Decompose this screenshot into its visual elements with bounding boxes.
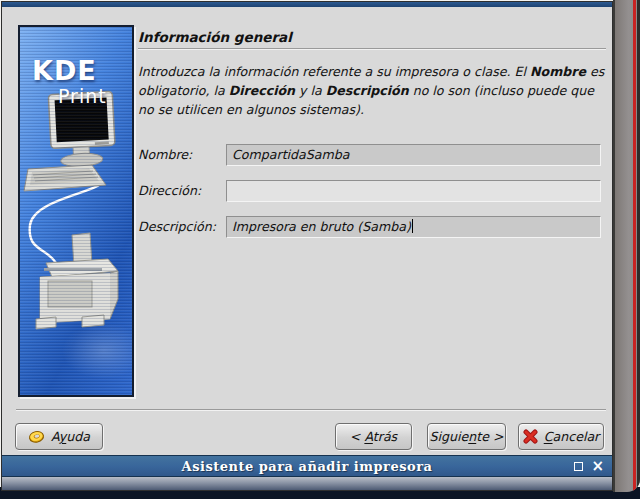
nombre-input[interactable]: CompartidaSamba bbox=[226, 144, 601, 166]
life-buoy-icon bbox=[28, 429, 45, 444]
close-icon[interactable]: × bbox=[591, 459, 604, 474]
window-titlebar[interactable]: Asistente para añadir impresora × bbox=[2, 455, 612, 477]
print-logo-text: Print bbox=[58, 85, 107, 107]
neighbor-window-border bbox=[613, 0, 640, 492]
back-label: < Atrás bbox=[350, 429, 397, 444]
descripcion-input[interactable]: Impresora en bruto (Samba) bbox=[226, 216, 601, 238]
back-button[interactable]: < Atrás bbox=[335, 423, 412, 450]
titlebar-controls: × bbox=[574, 456, 604, 476]
descripcion-value: Impresora en bruto (Samba) bbox=[232, 219, 411, 234]
window-bottom-frame bbox=[2, 477, 612, 490]
intro-bold-direccion: Dirección bbox=[229, 83, 295, 98]
help-button[interactable]: Ayuda bbox=[15, 423, 103, 450]
intro-segment: Introduzca la información referente a su… bbox=[138, 64, 530, 79]
title-separator bbox=[138, 48, 606, 50]
nombre-value: CompartidaSamba bbox=[232, 147, 350, 162]
window-title: Asistente para añadir impresora bbox=[182, 459, 433, 474]
form-row-nombre: Nombre: CompartidaSamba bbox=[138, 144, 606, 166]
intro-bold-nombre: Nombre bbox=[530, 64, 586, 79]
descripcion-label: Descripción: bbox=[138, 219, 216, 234]
form-row-direccion: Dirección: bbox=[138, 180, 606, 202]
form-row-descripcion: Descripción: Impresora en bruto (Samba) bbox=[138, 216, 606, 238]
kde-logo-text: KDE bbox=[32, 55, 97, 86]
direccion-input[interactable] bbox=[226, 180, 601, 202]
dialog-content: KDE Print Información general Introduzca… bbox=[2, 7, 612, 455]
red-x-icon bbox=[523, 429, 538, 444]
maximize-icon[interactable] bbox=[574, 462, 583, 471]
neighbor-red-stripe bbox=[633, 0, 636, 492]
cancel-button[interactable]: Cancelar bbox=[518, 423, 604, 450]
cancel-label: Cancelar bbox=[544, 429, 600, 444]
intro-text: Introduzca la información referente a su… bbox=[138, 62, 610, 119]
intro-bold-descripcion: Descripción bbox=[326, 83, 409, 98]
nombre-label: Nombre: bbox=[138, 147, 192, 162]
next-button[interactable]: Siguiente > bbox=[427, 423, 506, 450]
next-label: Siguiente > bbox=[430, 429, 504, 444]
wizard-window: KDE Print Información general Introduzca… bbox=[1, 1, 613, 491]
help-label: Ayuda bbox=[51, 429, 90, 444]
kdeprint-sidebar-image: KDE Print bbox=[18, 25, 134, 397]
direccion-label: Dirección: bbox=[138, 183, 201, 198]
intro-segment: y la bbox=[295, 83, 326, 98]
page-title: Información general bbox=[138, 29, 292, 45]
text-caret bbox=[412, 219, 413, 233]
button-separator bbox=[16, 409, 606, 411]
